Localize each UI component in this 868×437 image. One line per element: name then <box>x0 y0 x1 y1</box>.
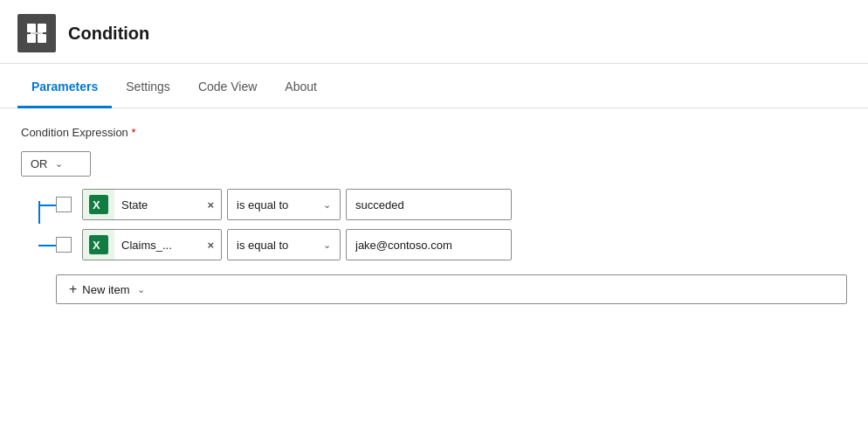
horizontal-connector-1 <box>38 205 56 206</box>
operator-dropdown-1[interactable]: is equal to ⌄ <box>227 189 341 220</box>
chevron-down-icon: ⌄ <box>55 158 63 170</box>
section-label: Condition Expression * <box>21 126 847 139</box>
chevron-down-icon-op1: ⌄ <box>323 199 331 211</box>
or-label: OR <box>31 157 48 170</box>
svg-text:X: X <box>93 198 100 212</box>
plus-icon: + <box>69 281 77 297</box>
value-input-1[interactable] <box>346 189 512 220</box>
value-input-2[interactable] <box>346 229 512 260</box>
svg-text:X: X <box>93 239 100 252</box>
new-item-chevron-icon: ⌄ <box>137 284 145 295</box>
condition-icon <box>17 14 56 52</box>
horizontal-connector-2 <box>38 245 56 246</box>
remove-field-2[interactable]: × <box>200 239 221 252</box>
or-dropdown[interactable]: OR ⌄ <box>21 151 91 177</box>
condition-row-1: X State × is equal to ⌄ <box>56 189 847 220</box>
operator-label-1: is equal to <box>237 198 314 212</box>
excel-icon-2: X <box>83 229 114 260</box>
checkbox-2[interactable] <box>56 237 72 253</box>
field-chip-2[interactable]: X Claims_... × <box>82 229 222 260</box>
new-item-label: New item <box>82 283 129 296</box>
excel-icon-1: X <box>83 189 114 220</box>
content-area: Condition Expression * OR ⌄ X <box>0 108 868 322</box>
operator-label-2: is equal to <box>237 239 314 252</box>
tab-code-view[interactable]: Code View <box>184 67 271 108</box>
condition-row-2: X Claims_... × is equal to ⌄ <box>56 229 847 260</box>
field-name-1: State <box>114 198 200 212</box>
conditions-area: X State × is equal to ⌄ <box>30 189 847 304</box>
new-item-button[interactable]: + New item ⌄ <box>56 274 847 304</box>
field-name-2: Claims_... <box>114 239 200 252</box>
tab-parameters[interactable]: Parameters <box>17 67 112 108</box>
checkbox-1[interactable] <box>56 197 72 212</box>
tabs-bar: Parameters Settings Code View About <box>0 67 868 108</box>
tab-about[interactable]: About <box>271 67 331 108</box>
condition-rows: X State × is equal to ⌄ <box>30 189 847 269</box>
operator-dropdown-2[interactable]: is equal to ⌄ <box>227 229 341 260</box>
header: Condition <box>0 0 868 64</box>
page-title: Condition <box>68 24 149 44</box>
field-chip-1[interactable]: X State × <box>82 189 222 220</box>
tab-settings[interactable]: Settings <box>112 67 184 108</box>
chevron-down-icon-op2: ⌄ <box>323 239 331 251</box>
remove-field-1[interactable]: × <box>200 198 221 212</box>
required-marker: * <box>131 126 135 139</box>
